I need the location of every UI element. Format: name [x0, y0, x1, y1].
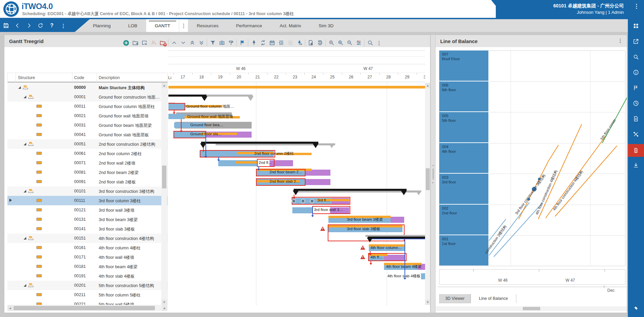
dbl-chevron-up-icon[interactable] — [188, 38, 197, 47]
table-row-00131[interactable]: 001313rd floor beam 3楼梁 — [7, 215, 167, 224]
column-header-structure[interactable]: Structure — [18, 75, 35, 80]
gantt-bar-segment[interactable] — [294, 189, 407, 191]
add-circle-icon[interactable] — [122, 38, 131, 47]
gantt-vscrollbar-handle[interactable] — [426, 168, 430, 190]
sidebar-pin-icon[interactable] — [628, 303, 644, 314]
expand-toggle-icon[interactable] — [24, 237, 26, 240]
splitter-grip[interactable] — [432, 168, 434, 180]
table-row-00191[interactable]: 001914th floor slab 4楼板 — [7, 271, 167, 281]
gantt-bar-segment[interactable] — [421, 273, 425, 279]
chevron-down-icon[interactable] — [179, 38, 188, 47]
sidebar-open-external-icon[interactable] — [628, 36, 644, 47]
table-row-00091[interactable]: 000912nd floor slab 2楼板 — [7, 177, 167, 187]
tab-sim-3d[interactable]: Sim 3D — [310, 19, 342, 32]
drag-handle-dot[interactable] — [292, 199, 296, 203]
column-header-code[interactable]: Code — [74, 75, 84, 80]
drag-handle-dot[interactable] — [310, 199, 314, 203]
pin-plus-icon[interactable] — [295, 38, 304, 47]
camera-search-icon[interactable] — [217, 38, 226, 47]
back-icon[interactable] — [14, 22, 21, 29]
table-row-00221[interactable]: 002215th floor wall 5楼墙 — [7, 300, 167, 305]
lob-tab-line-of-balance[interactable]: Line of Balance — [471, 294, 516, 303]
gantt-bar-segment[interactable] — [368, 239, 425, 239]
lob-floor-006[interactable]: 0066th floor — [439, 81, 488, 112]
panel-splitter[interactable]: ◂ ▸ — [431, 35, 435, 313]
gantt-vscrollbar-track[interactable] — [425, 83, 430, 305]
search-icon[interactable] — [365, 38, 375, 47]
table-row-00201[interactable]: 002015th floor construction 5楼结构 — [7, 281, 167, 290]
table-row-00121[interactable]: 001213rd floor wall 3楼墙 — [7, 205, 167, 215]
tab-gantt[interactable]: GANTT — [146, 19, 179, 32]
gantt-bar-segment[interactable] — [206, 95, 253, 97]
tree-export-icon[interactable] — [140, 38, 149, 47]
gantt-chart-area[interactable]: W 46W 471718192021222324252627282930Grou… — [168, 50, 425, 305]
folder-plus-icon[interactable] — [131, 38, 140, 47]
table-row-00011[interactable]: 00011Ground floor column 地面层柱 — [7, 102, 167, 111]
doc-gear-icon[interactable] — [306, 38, 315, 47]
refresh-icon[interactable] — [37, 22, 44, 29]
more-dots-icon[interactable]: ⋮ — [375, 38, 384, 47]
save-icon[interactable] — [3, 22, 9, 29]
tree-hscrollbar-handle[interactable] — [13, 306, 155, 310]
tree-vscroll-down-button[interactable]: ▼ — [161, 300, 167, 305]
sidebar-clock-icon[interactable] — [628, 98, 644, 109]
grid-settings-icon[interactable] — [354, 38, 363, 47]
chevron-up-icon[interactable] — [169, 38, 179, 47]
more-dots-icon[interactable]: ⋮ — [60, 22, 67, 29]
tree-hscroll-left-button[interactable]: ◄ — [7, 305, 13, 311]
expand-toggle-icon[interactable] — [24, 96, 26, 98]
gantt-bar-segment[interactable] — [168, 86, 425, 89]
lob-floor-005[interactable]: 0055th floor — [439, 112, 488, 142]
tree-hscroll-right-button[interactable]: ► — [162, 305, 167, 311]
tab-lob[interactable]: LOB — [120, 19, 146, 32]
lob-floor-003[interactable]: 0033rd floor — [439, 174, 488, 204]
table-row-00181[interactable]: 001814th floor beam 4楼梁 — [7, 262, 167, 272]
table-row-00031[interactable]: 00031Ground floor beam 地面层梁 — [7, 120, 167, 130]
splitter-left-icon[interactable]: ◂ — [432, 164, 433, 167]
outdent-icon[interactable] — [277, 38, 286, 47]
table-row-00081[interactable]: 000812nd floor beam 2楼梁 — [7, 168, 167, 177]
lob-hscrollbar-handle[interactable] — [523, 307, 540, 310]
splitter-right-icon[interactable]: ▸ — [432, 181, 433, 184]
calendar-icon[interactable] — [267, 38, 277, 47]
printer-icon[interactable] — [315, 38, 324, 47]
gantt-bar-segment[interactable] — [292, 207, 312, 213]
column-header-description[interactable]: Description — [99, 75, 120, 80]
gantt-vscroll-down-button[interactable]: ▼ — [425, 300, 430, 305]
lob-floor-001[interactable]: 0011st floor — [439, 235, 488, 266]
gantt-bar-segment[interactable] — [168, 95, 206, 97]
paint-roller-icon[interactable] — [226, 38, 235, 47]
gantt-bar-segment[interactable] — [305, 179, 330, 185]
table-row-00051[interactable]: 000512nd floor construction 2楼结构 — [7, 139, 167, 149]
active-tab-more-dots-icon[interactable]: ⋮ — [179, 19, 188, 32]
forward-icon[interactable] — [26, 22, 32, 29]
gantt-vscroll-up-button[interactable]: ▲ — [425, 83, 430, 88]
pushpin-icon[interactable] — [249, 38, 258, 47]
tab-performance[interactable]: Performance — [227, 19, 271, 32]
tab-planning[interactable]: Planning — [84, 19, 120, 32]
lob-floor-004[interactable]: 0044th floor — [439, 143, 488, 173]
header-more-dots-icon[interactable]: ⋮ — [634, 5, 639, 8]
indent-disabled-icon[interactable] — [286, 38, 295, 47]
sidebar-download-icon[interactable] — [628, 160, 644, 171]
table-row-00151[interactable]: 001514th floor construction 4楼结构 — [7, 234, 167, 243]
sidebar-document-icon[interactable] — [628, 113, 644, 125]
table-row-00021[interactable]: 00021Ground floor wall 地面层墙 — [7, 111, 167, 121]
expand-toggle-icon[interactable] — [24, 284, 26, 287]
table-row-00161[interactable]: 001614th floor column 4楼柱 — [7, 243, 167, 253]
tab-resources[interactable]: Resources — [188, 19, 227, 32]
help-icon[interactable]: ? — [49, 22, 55, 29]
table-row-00061[interactable]: 000612nd floor column 2楼柱 — [7, 149, 167, 158]
gantt-bar-segment[interactable] — [236, 161, 257, 164]
table-row-00141[interactable]: 001413rd floor slab 3楼板 — [7, 224, 167, 234]
lob-tab-3d-viewer[interactable]: 3D Viewer — [439, 294, 471, 303]
table-row-00171[interactable]: 001714th floor wall 4楼墙 — [7, 252, 167, 262]
table-row-00101[interactable]: 001013rd floor construction 3楼结构 — [7, 186, 167, 196]
lob-floor-007[interactable]: 007Roof Floor — [439, 50, 488, 81]
sidebar-tools-icon[interactable] — [628, 129, 644, 140]
person-plus-disabled-icon[interactable] — [149, 38, 158, 47]
zoom-out-icon[interactable] — [345, 38, 354, 47]
tree-vscrollbar-track[interactable] — [161, 83, 167, 305]
gantt-bar-segment[interactable] — [201, 142, 318, 144]
funnel-icon[interactable] — [208, 38, 217, 47]
